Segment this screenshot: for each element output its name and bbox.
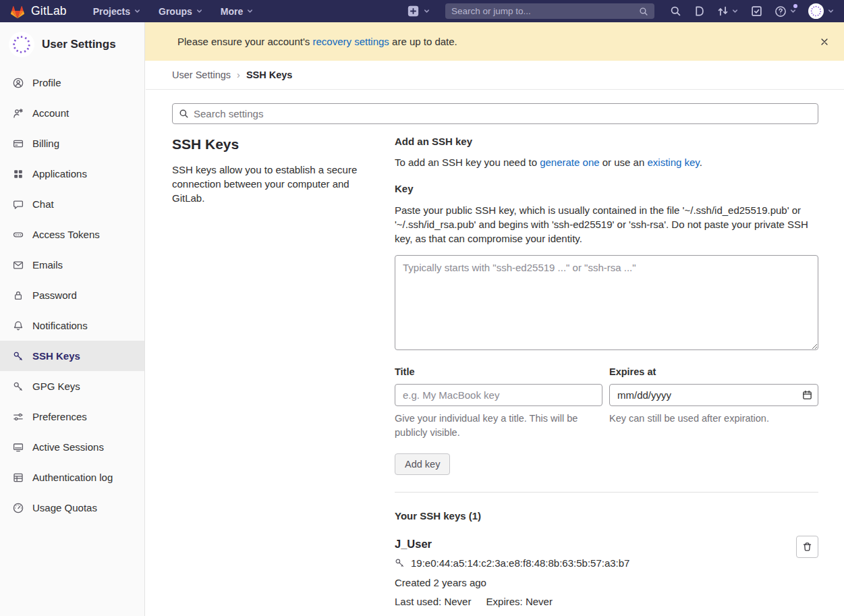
help-dropdown[interactable] [768,0,803,22]
key-label: Key [395,183,818,194]
main-menu: Projects Groups More [84,0,262,22]
chevron-down-icon [196,7,203,15]
email-icon [13,260,24,271]
global-search-input[interactable] [451,6,639,16]
billing-icon [13,138,24,149]
sidebar-item-preferences[interactable]: Preferences [0,401,144,432]
title-label: Title [395,366,602,377]
recovery-settings-link[interactable]: recovery settings [312,36,389,47]
sidebar-header: User Settings [0,22,144,63]
chat-icon [13,199,24,210]
recovery-settings-alert: Please ensure your account's recovery se… [145,22,844,61]
sidebar-item-password[interactable]: Password [0,280,144,310]
ssh-key-fingerprint: 19:e0:44:a5:14:c2:3a:e8:f8:48:8b:63:5b:5… [411,557,629,569]
ssh-key-meta: Last used: Never Expires: Never [395,596,785,607]
existing-key-link[interactable]: existing key [647,157,699,168]
sidebar-item-chat[interactable]: Chat [0,189,144,219]
monitor-icon [13,442,24,453]
bell-icon [13,320,24,331]
todos-button[interactable] [745,0,768,22]
sidebar-item-access-tokens[interactable]: Access Tokens [0,219,144,250]
menu-projects[interactable]: Projects [84,0,150,22]
user-menu[interactable] [808,3,835,19]
ssh-key-title[interactable]: J_User [395,538,785,551]
sidebar-item-active-sessions[interactable]: Active Sessions [0,432,144,462]
expires-field-group: Expires at Key can still be used after e… [609,366,818,440]
gitlab-logo[interactable]: GitLab [9,4,67,19]
close-icon [820,37,829,47]
key-icon [13,351,24,362]
settings-search-input[interactable] [194,108,812,119]
delete-key-button[interactable] [796,536,818,558]
gauge-icon [13,503,24,513]
menu-more[interactable]: More [212,0,262,22]
sidebar-item-gpg-keys[interactable]: GPG Keys [0,371,144,401]
search-button[interactable] [664,0,687,22]
generate-one-link[interactable]: generate one [540,157,599,168]
chevron-down-icon [134,7,141,15]
sidebar-item-account[interactable]: Account [0,98,144,128]
trash-icon [802,542,812,552]
title-field-group: Title Give your individual key a title. … [395,366,602,440]
title-input[interactable] [395,384,602,406]
chevron-down-icon [246,7,254,15]
page-title: SSH Keys [172,136,395,152]
alert-message: Please ensure your account's recovery se… [177,36,457,47]
sidebar-item-emails[interactable]: Emails [0,250,144,280]
add-ssh-key-intro: To add an SSH key you need to generate o… [395,157,818,168]
applications-icon [13,169,24,179]
breadcrumb: User Settings › SSH Keys [146,61,844,90]
key-icon [395,558,405,568]
merge-request-icon [717,5,729,17]
todo-check-square-icon [751,5,762,17]
avatar [9,32,34,57]
menu-groups[interactable]: Groups [150,0,212,22]
sidebar-item-applications[interactable]: Applications [0,159,144,189]
sidebar-item-usage-quotas[interactable]: Usage Quotas [0,493,144,523]
chevron-down-icon [423,7,430,15]
key-icon [13,381,24,392]
sidebar-item-billing[interactable]: Billing [0,128,144,159]
log-table-icon [13,472,24,483]
settings-search[interactable] [172,103,818,124]
sidebar-item-ssh-keys[interactable]: SSH Keys [0,341,144,371]
chevron-down-icon [827,7,835,15]
breadcrumb-current: SSH Keys [246,69,293,80]
notification-dot [793,4,797,8]
ssh-key-list-item: J_User 19:e0:44:a5:14:c2:3a:e8:f8:48:8b:… [395,538,818,607]
sidebar-item-authentication-log[interactable]: Authentication log [0,462,144,493]
sidebar-menu: Profile Account Billing Applications Cha… [0,67,144,523]
add-key-button[interactable]: Add key [395,453,450,475]
title-help-text: Give your individual key a title. This w… [395,412,602,440]
issues-button[interactable] [687,0,711,22]
section-divider [395,492,818,493]
ssh-key-created: Created 2 years ago [395,577,785,588]
account-icon [13,108,24,119]
merge-requests-dropdown[interactable] [711,0,745,22]
issues-icon [694,5,705,17]
ssh-key-expires: Expires: Never [486,596,553,607]
main-content: Please ensure your account's recovery se… [146,22,844,616]
add-ssh-key-heading: Add an SSH key [395,136,818,147]
expires-at-input[interactable] [609,384,818,406]
new-dropdown[interactable] [407,5,430,17]
tanuki-icon [9,4,26,19]
search-icon [670,5,681,17]
sidebar-item-profile[interactable]: Profile [0,67,144,98]
ssh-key-last-used: Last used: Never [395,596,471,607]
plus-square-icon [407,5,419,17]
section-info: SSH Keys SSH keys allow you to establish… [172,135,395,607]
expires-label: Expires at [609,366,818,377]
access-tokens-icon [13,229,24,240]
key-input[interactable] [395,255,818,350]
lock-icon [13,290,24,301]
expires-help-text: Key can still be used after expiration. [609,412,818,426]
sidebar-title: User Settings [42,38,116,51]
page-description: SSH keys allow you to establish a secure… [172,163,368,205]
breadcrumb-user-settings[interactable]: User Settings [172,69,231,80]
avatar [808,3,824,19]
sidebar-item-notifications[interactable]: Notifications [0,310,144,341]
alert-close-button[interactable] [816,33,833,51]
global-search[interactable] [445,3,654,19]
brand-name: GitLab [31,4,67,18]
